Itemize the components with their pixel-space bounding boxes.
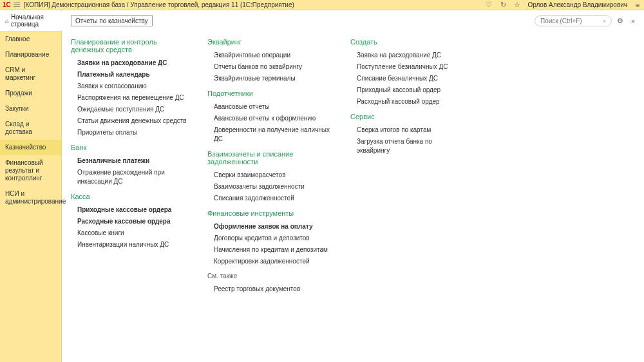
link-item[interactable]: Заявки на расходование ДС (71, 57, 187, 69)
nav-item-4[interactable]: Закупки (0, 101, 61, 117)
nav-item-1[interactable]: Планирование (0, 47, 61, 62)
star-icon[interactable]: ☆ (513, 1, 521, 9)
link-item[interactable]: Заявка на расходование ДС (350, 50, 453, 61)
nav-item-7[interactable]: Финансовый результат и контроллинг (0, 155, 61, 186)
link-item[interactable]: Отчеты банков по эквайрингу (207, 61, 330, 73)
link-item[interactable]: Авансовые отчеты к оформлению (207, 113, 330, 124)
link-item[interactable]: Ожидаемые поступления ДС (71, 104, 187, 115)
link-item[interactable]: Доверенности на получение наличных ДС (207, 124, 330, 145)
section-title[interactable]: Банк (71, 144, 187, 151)
link-item[interactable]: Оформление заявок на оплату (207, 221, 330, 233)
link-item[interactable]: Списание безналичных ДС (350, 73, 453, 84)
link-item[interactable]: Начисления по кредитам и депозитам (207, 244, 330, 256)
link-item[interactable]: Взаимозачеты задолженности (207, 181, 330, 193)
link-item[interactable]: Статьи движения денежных средств (71, 115, 187, 127)
nav-item-2[interactable]: CRM и маркетинг (0, 62, 61, 86)
link-item[interactable]: Загрузка отчета банка по эквайрингу (350, 136, 453, 157)
section-title[interactable]: Создать (350, 38, 453, 46)
reports-button[interactable]: Отчеты по казначейству (71, 15, 153, 26)
link-item[interactable]: Договоры кредитов и депозитов (207, 233, 330, 244)
user-name[interactable]: Орлов Александр Владимирович (527, 1, 627, 8)
section-title[interactable]: Подотчетники (207, 90, 330, 97)
search-input[interactable] (540, 17, 598, 24)
link-item[interactable]: Корректировки задолженностей (207, 256, 330, 267)
section-title[interactable]: Планирование и контроль денежных средств (71, 38, 187, 53)
content: × ⚙ × Отчеты по казначейству Планировани… (62, 10, 644, 362)
home-icon: ⌂ (5, 17, 9, 24)
hamburger-icon[interactable] (14, 3, 20, 8)
link-item[interactable]: Эквайринговые терминалы (207, 73, 330, 84)
bell-icon[interactable]: ♡ (485, 1, 493, 9)
link-item[interactable]: Приходные кассовые ордера (71, 204, 187, 216)
link-item[interactable]: Приходный кассовый ордер (350, 84, 453, 96)
history-icon[interactable]: ↻ (499, 1, 507, 9)
section-title[interactable]: Взаимозачеты и списание задолженности (207, 150, 330, 166)
link-item[interactable]: Сверки взаиморасчетов (207, 169, 330, 181)
link-item[interactable]: Списания задолженностей (207, 193, 330, 204)
home-label: Начальная страница (11, 14, 57, 28)
link-item[interactable]: Реестр торговых документов (207, 283, 330, 295)
nav-item-3[interactable]: Продажи (0, 86, 61, 101)
link-item[interactable]: Заявки к согласованию (71, 81, 187, 92)
link-item[interactable]: Платежный календарь (71, 69, 187, 81)
nav-item-5[interactable]: Склад и доставка (0, 117, 61, 140)
section-title[interactable]: Эквайринг (207, 38, 330, 46)
section-title[interactable]: Финансовые инструменты (207, 209, 330, 217)
section-title[interactable]: Касса (71, 193, 187, 200)
sidebar: ⌂ Начальная страница ГлавноеПланирование… (0, 10, 62, 362)
link-item[interactable]: Инвентаризации наличных ДС (71, 239, 187, 251)
search-clear-icon[interactable]: × (603, 18, 606, 24)
link-item[interactable]: Кассовые книги (71, 227, 187, 239)
nav-item-8[interactable]: НСИ и администрирование (0, 186, 61, 209)
nav-item-0[interactable]: Главное (0, 32, 61, 47)
link-item[interactable]: Сверка итогов по картам (350, 124, 453, 136)
link-item[interactable]: Эквайринговые операции (207, 50, 330, 61)
logo: 1С (3, 1, 11, 8)
gear-icon[interactable]: ⚙ (616, 17, 625, 26)
link-item[interactable]: Авансовые отчеты (207, 101, 330, 113)
section-title[interactable]: См. также (207, 272, 330, 280)
link-item[interactable]: Распоряжения на перемещение ДС (71, 92, 187, 104)
link-item[interactable]: Расходный кассовый ордер (350, 96, 453, 108)
menu-icon[interactable]: ≡ (634, 1, 641, 9)
close-icon[interactable]: × (629, 17, 638, 26)
search-box[interactable]: × (535, 15, 612, 26)
nav-item-6[interactable]: Казначейство (0, 140, 61, 155)
link-item[interactable]: Приоритеты оплаты (71, 127, 187, 138)
link-item[interactable]: Поступление безналичных ДС (350, 61, 453, 73)
link-item[interactable]: Расходные кассовые ордера (71, 216, 187, 227)
window-title: [КОПИЯ] Демонстрационная база / Управлен… (24, 1, 294, 8)
section-title[interactable]: Сервис (350, 113, 453, 120)
titlebar: 1С [КОПИЯ] Демонстрационная база / Управ… (0, 0, 644, 10)
link-item[interactable]: Безналичные платежи (71, 155, 187, 167)
link-item[interactable]: Отражение расхождений при инкассации ДС (71, 167, 187, 187)
home-tab[interactable]: ⌂ Начальная страница (0, 10, 62, 32)
